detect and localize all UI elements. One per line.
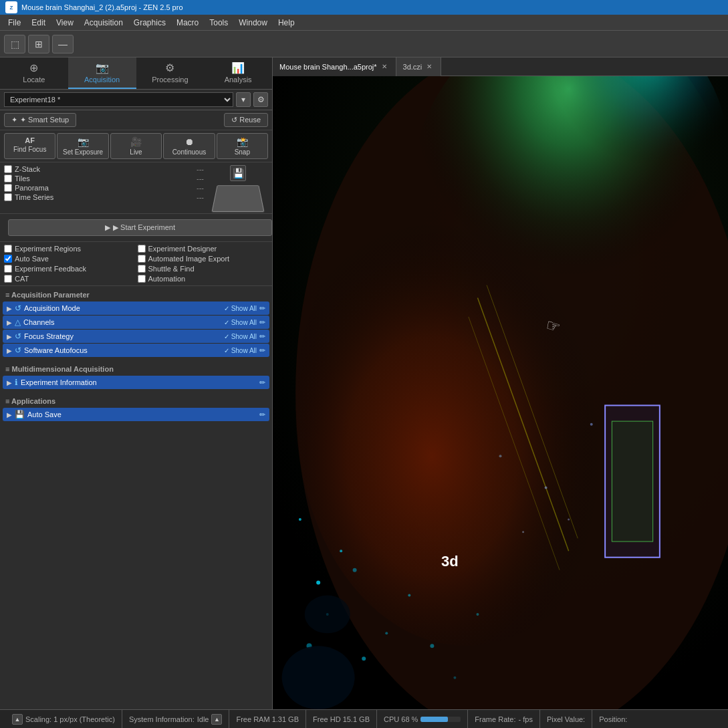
- continuous-button[interactable]: ⏺ Continuous: [163, 133, 215, 159]
- exp-info-edit-icon[interactable]: ✏: [259, 378, 265, 387]
- reuse-button[interactable]: ↺ Reuse: [224, 113, 268, 127]
- toolbar-btn-2[interactable]: ⊞: [28, 35, 49, 53]
- tab-analysis[interactable]: 📊 Analysis: [204, 57, 272, 89]
- menu-graphics[interactable]: Graphics: [128, 17, 171, 29]
- menu-help[interactable]: Help: [273, 17, 300, 29]
- automation-checkbox[interactable]: [138, 275, 146, 283]
- menu-view[interactable]: View: [51, 17, 79, 29]
- tab-locate-label: Locate: [23, 76, 45, 84]
- menu-edit[interactable]: Edit: [26, 17, 51, 29]
- svg-point-10: [385, 632, 388, 634]
- find-focus-label: Find Focus: [13, 146, 46, 153]
- acq-mode-row[interactable]: ▶ ↺ Acquisition Mode ✓ Show All ✏: [3, 301, 269, 315]
- experiment-select[interactable]: Experiment18 *: [4, 92, 233, 107]
- snap-button[interactable]: 📸 Snap: [217, 133, 268, 159]
- hd-label: Free HD 15.1 GB: [313, 715, 370, 723]
- svg-point-16: [476, 613, 479, 616]
- exp-designer-checkbox[interactable]: [138, 245, 146, 253]
- tab-processing[interactable]: ⚙ Processing: [136, 57, 205, 89]
- time-series-row: Time Series ---: [4, 193, 204, 201]
- auto-save-app-label: Auto Save: [27, 410, 257, 418]
- auto-save-checkbox[interactable]: [4, 255, 12, 263]
- tiles-checkbox[interactable]: [4, 174, 12, 183]
- toolbar-btn-1[interactable]: ⬚: [4, 35, 25, 53]
- find-focus-button[interactable]: AF Find Focus: [4, 133, 55, 159]
- svg-point-5: [316, 581, 320, 585]
- panorama-checkbox[interactable]: [4, 184, 12, 192]
- menu-tools[interactable]: Tools: [204, 17, 233, 29]
- smart-setup-label: ✦ Smart Setup: [20, 116, 69, 124]
- menu-acquisition[interactable]: Acquisition: [79, 17, 128, 29]
- z-stack-checkbox[interactable]: [4, 165, 12, 173]
- check-list: Z-Stack --- Tiles --- Panorama ---: [4, 165, 204, 211]
- menu-macro[interactable]: Macro: [171, 17, 204, 29]
- time-series-checkbox[interactable]: [4, 193, 12, 201]
- scaling-expand[interactable]: ▲: [12, 714, 23, 725]
- smart-setup-button[interactable]: ✦ ✦ Smart Setup: [4, 113, 76, 127]
- smart-setup-bar: ✦ ✦ Smart Setup ↺ Reuse: [0, 110, 272, 130]
- system-expand[interactable]: ▲: [211, 714, 222, 725]
- focus-strategy-edit-icon[interactable]: ✏: [259, 332, 265, 341]
- multidimensional-section: ≡ Multidimensional Acquisition ▶ ℹ Exper…: [0, 360, 272, 392]
- experiment-settings-btn[interactable]: ⚙: [253, 92, 268, 107]
- acquisition-parameter-section: ≡ Acquisition Parameter ▶ ↺ Acquisition …: [0, 286, 272, 360]
- mode-tabs: ⊕ Locate 📷 Acquisition ⚙ Processing 📊 An…: [0, 57, 272, 90]
- svg-point-8: [340, 550, 342, 552]
- focus-strategy-arrow: ▶: [7, 333, 12, 340]
- start-experiment-button[interactable]: ▶ ▶ Start Experiment: [8, 219, 272, 236]
- software-autofocus-edit-icon[interactable]: ✏: [259, 346, 265, 355]
- tab-3d-czi[interactable]: 3d.czi ✕: [396, 57, 442, 76]
- main-layout: ⊕ Locate 📷 Acquisition ⚙ Processing 📊 An…: [0, 57, 728, 709]
- svg-point-27: [568, 518, 570, 520]
- position-label: Position:: [599, 715, 627, 723]
- auto-img-export-row: Automated Image Export: [138, 255, 269, 263]
- cat-checkbox[interactable]: [4, 275, 12, 283]
- focus-strategy-row[interactable]: ▶ ↺ Focus Strategy ✓ Show All ✏: [3, 330, 269, 343]
- menu-window[interactable]: Window: [233, 17, 273, 29]
- svg-point-22: [282, 646, 355, 709]
- tab-acquisition[interactable]: 📷 Acquisition: [68, 57, 136, 89]
- acq-mode-edit-icon[interactable]: ✏: [259, 304, 265, 313]
- exp-feedback-label: Experiment Feedback: [15, 265, 86, 273]
- tab-3d-czi-label: 3d.czi: [403, 63, 422, 71]
- exp-regions-checkbox[interactable]: [4, 245, 12, 253]
- tab-main-proj[interactable]: Mouse brain Shangh...a5proj* ✕: [273, 57, 396, 76]
- tab-3d-czi-close[interactable]: ✕: [424, 62, 434, 72]
- live-button[interactable]: 🎥 Live: [110, 133, 162, 159]
- auto-save-app-edit-icon[interactable]: ✏: [259, 410, 265, 419]
- exp-feedback-checkbox[interactable]: [4, 265, 12, 273]
- stage-preview: 💾: [208, 165, 268, 211]
- toolbar-btn-3[interactable]: —: [52, 35, 74, 53]
- set-exposure-button[interactable]: 📷 Set Exposure: [57, 133, 108, 159]
- software-autofocus-arrow: ▶: [7, 347, 12, 354]
- exp-info-row[interactable]: ▶ ℹ Experiment Information ✏: [3, 376, 269, 389]
- auto-img-export-checkbox[interactable]: [138, 255, 146, 263]
- save-stage-btn[interactable]: 💾: [230, 165, 246, 181]
- auto-save-app-row[interactable]: ▶ 💾 Auto Save ✏: [3, 408, 269, 421]
- svg-point-13: [408, 594, 410, 597]
- set-exposure-icon: 📷: [78, 136, 89, 147]
- applications-section: ≡ Applications ▶ 💾 Auto Save ✏: [0, 392, 272, 424]
- smart-setup-icon: ✦: [11, 116, 17, 124]
- panorama-row: Panorama ---: [4, 184, 204, 192]
- focus-strategy-showall: ✓ Show All: [224, 333, 257, 340]
- shuttle-find-checkbox[interactable]: [138, 265, 146, 273]
- tab-locate[interactable]: ⊕ Locate: [0, 57, 68, 89]
- tab-acquisition-label: Acquisition: [84, 76, 120, 84]
- locate-icon: ⊕: [29, 62, 38, 74]
- channels-edit-icon[interactable]: ✏: [259, 318, 265, 327]
- channels-row[interactable]: ▶ △ Channels ✓ Show All ✏: [3, 316, 269, 329]
- experiment-dropdown-btn[interactable]: ▾: [236, 92, 251, 107]
- cat-row: CAT: [4, 275, 135, 283]
- software-autofocus-row[interactable]: ▶ ↺ Software Autofocus ✓ Show All ✏: [3, 344, 269, 357]
- zen-logo: Z: [5, 1, 17, 13]
- tab-main-proj-close[interactable]: ✕: [380, 62, 389, 72]
- shuttle-find-row: Shuttle & Find: [138, 265, 269, 273]
- software-autofocus-label: Software Autofocus: [24, 346, 221, 354]
- position-segment: Position:: [592, 710, 634, 728]
- menu-file[interactable]: File: [3, 17, 26, 29]
- software-autofocus-icon: ↺: [15, 346, 21, 355]
- app-title: Mouse brain Shanghai_2 (2).a5proj - ZEN …: [21, 3, 183, 11]
- exp-regions-label: Experiment Regions: [15, 245, 81, 253]
- panorama-value: ---: [197, 184, 204, 192]
